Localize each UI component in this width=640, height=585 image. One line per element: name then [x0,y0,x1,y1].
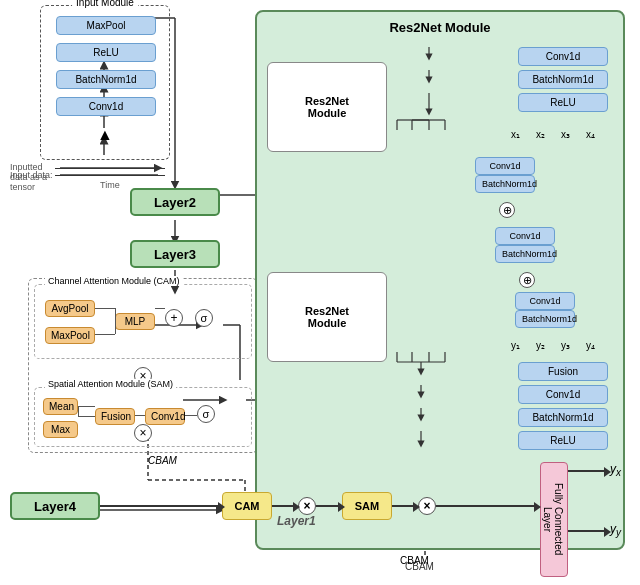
res2-mid-bn2: BatchNorm1d [495,245,555,263]
sam-mult2-arrowhead [413,502,420,512]
time-label: Time [100,180,120,190]
cam-line2 [155,308,165,309]
output-yx: yx [610,462,621,478]
y4-label: y₄ [586,340,595,351]
res2-conv1d-bot: Conv1d [518,385,608,404]
mult2-fc-arrowhead [534,502,541,512]
res2-fusion: Fusion [518,362,608,381]
fc-yx-arrowhead [604,467,611,477]
sam-line3 [135,415,145,416]
sam-title: Spatial Attention Module (SAM) [45,379,176,389]
fc-layer-block: Fully Connected Layer [540,462,568,577]
layer4-block: Layer4 [10,492,100,520]
maxpool-block: MaxPool [56,16,156,35]
layer3-block: Layer3 [130,240,220,268]
sam-mult-circle: × [418,497,436,515]
mean-block: Mean [43,398,78,415]
cam-vert1 [115,308,116,334]
res2-mid-bn1: BatchNorm1d [475,175,535,193]
conv1d-block-1: Conv1d [56,97,156,116]
res2-relu-top: ReLU [518,93,608,112]
res2-plus-1: ⊕ [499,202,515,218]
avgpool-block: AvgPool [45,300,95,317]
cbam-label-inner: CBAM [148,455,177,466]
input-module-box: Input Module MaxPool ReLU BatchNorm1d Co… [40,5,170,160]
mlp-block: MLP [115,313,155,330]
sam-bottom-block: SAM [342,492,392,520]
max-block: Max [43,421,78,438]
y1-label: y₁ [511,340,520,351]
res2-mid-conv2: Conv1d [495,227,555,245]
data-line-1 [55,168,165,169]
res2-bn-bot: BatchNorm1d [518,408,608,427]
fc-yy-arrowhead [604,527,611,537]
layer1-label: Layer1 [277,514,316,528]
input-module-title: Input Module [72,0,138,8]
sam-vert1 [78,406,79,416]
res2-bn-top: BatchNorm1d [518,70,608,89]
maxpool-cam-block: MaxPool [45,327,95,344]
cam-line3 [95,334,115,335]
x4-label: x₄ [586,129,595,140]
cam-bottom-block: CAM [222,492,272,520]
mult2-to-fc-line [436,505,538,507]
arrow-up-icon: ▲ [97,126,113,144]
fc-yx-line [568,470,608,472]
conv1d-sam-block: Conv1d [145,408,185,425]
diagram: CBAM [0,0,640,585]
cam-mult-circle: × [298,497,316,515]
res2-relu-bot: ReLU [518,431,608,450]
layer4-cam-arrowhead [218,502,225,512]
mult-sam-arrowhead [338,502,345,512]
data-line-2 [55,175,165,176]
res2-mid-conv3: Conv1d [515,292,575,310]
mult-to-sam-line [316,505,340,507]
cbam-bottom-label: CBAM [400,555,429,566]
cam-line1 [95,308,115,309]
res2net-outer-box: Res2Net Module Res2NetModule Res2NetModu… [255,10,625,550]
res2-conv1d-top: Conv1d [518,47,608,66]
res2net-outer-title: Res2Net Module [389,20,490,35]
layer4-cam-line [100,505,222,507]
cam-sigma-icon: σ [195,309,213,327]
fusion-sam-block: Fusion [95,408,135,425]
cam-plus-icon: + [165,309,183,327]
fc-yy-line [568,530,608,532]
layer2-block: Layer2 [130,188,220,216]
batchnorm-block-1: BatchNorm1d [56,70,156,89]
sam-mult-icon: × [134,424,152,442]
x3-label: x₃ [561,129,570,140]
cam-mult-arrowhead [293,502,300,512]
sam-line1 [78,406,95,407]
cam-inner-box: Channel Attention Module (CAM) AvgPool M… [34,284,252,359]
res2-mid-bn3: BatchNorm1d [515,310,575,328]
res2-plus-2: ⊕ [519,272,535,288]
x1-label: x₁ [511,129,520,140]
y3-label: y₃ [561,340,570,351]
res2net-module-1: Res2NetModule [267,62,387,152]
res2net-module-2: Res2NetModule [267,272,387,362]
sam-sigma-icon: σ [197,405,215,423]
sam-line4 [185,415,197,416]
cam-title: Channel Attention Module (CAM) [45,276,183,286]
cbam-dashed-box: Channel Attention Module (CAM) AvgPool M… [28,278,258,453]
y2-label: y₂ [536,340,545,351]
sam-line2 [78,416,95,417]
output-yy: yy [610,522,621,538]
res2-mid-conv1: Conv1d [475,157,535,175]
x2-label: x₂ [536,129,545,140]
input-data-label2: Input data: [10,170,53,180]
relu-block-1: ReLU [56,43,156,62]
